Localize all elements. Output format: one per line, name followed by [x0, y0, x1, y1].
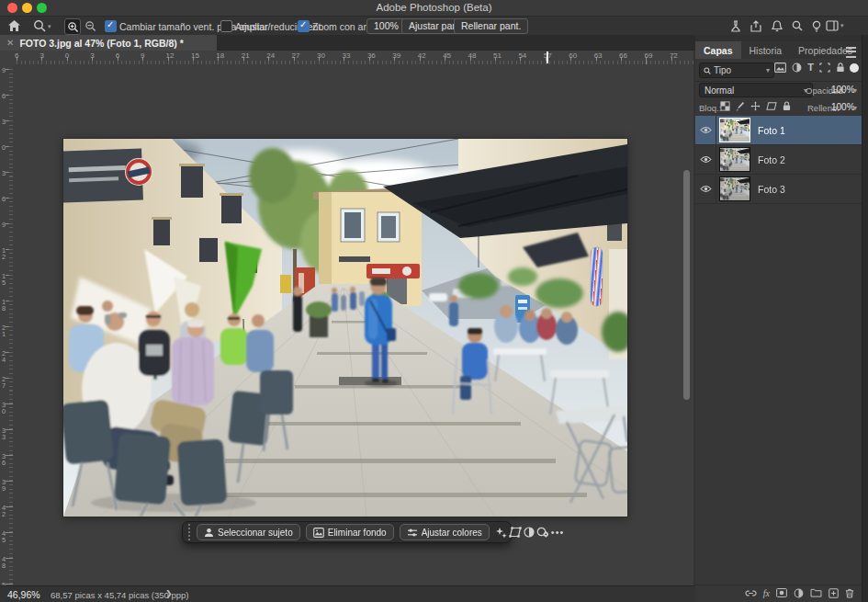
ruler-corner[interactable] — [0, 51, 14, 65]
new-layer-icon[interactable] — [829, 588, 839, 598]
search-icon[interactable] — [790, 18, 805, 33]
adjustment-layer-icon[interactable] — [794, 588, 804, 598]
shape-filter-icon[interactable] — [819, 62, 830, 73]
canvas-vertical-scrollbar[interactable] — [683, 170, 690, 400]
layers-panel-footer: fx — [695, 585, 862, 600]
layer-visibility-toggle[interactable] — [695, 116, 716, 144]
layer-thumbnail[interactable] — [720, 148, 750, 171]
option-checkbox-0[interactable] — [105, 20, 117, 32]
more-options-icon[interactable]: ••• — [551, 525, 565, 540]
select-subject-label: Seleccionar sujeto — [218, 528, 293, 538]
vertical-ruler[interactable]: 96303691 21 51 82 12 42 73 03 33 63 94 2… — [0, 64, 14, 585]
fill-screen-button[interactable]: Rellenar pant. — [454, 18, 528, 34]
title-bar: Adobe Photoshop (Beta) — [0, 0, 868, 17]
status-bar: 46,96% 68,57 picas x 45,74 picas (350 pp… — [0, 585, 695, 602]
tool-options-bar: ▾ Cambiar tamaño vent. para ajustar Ampl… — [0, 17, 868, 36]
ruler-cursor-indicator — [547, 51, 548, 63]
panel-menu-icon[interactable] — [846, 47, 856, 58]
fill-chevron-icon[interactable]: ▾ — [853, 104, 857, 112]
lock-label: Bloq.: — [699, 103, 721, 113]
home-icon[interactable] — [6, 18, 21, 33]
adjustments-icon[interactable] — [524, 525, 535, 540]
layer-name[interactable]: Foto 2 — [758, 154, 785, 165]
layer-filter-type-dropdown[interactable]: Tipo ▾ — [699, 62, 774, 78]
type-filter-icon[interactable]: T — [807, 62, 814, 73]
zoom-out-icon[interactable] — [83, 18, 97, 33]
layer-name[interactable]: Foto 1 — [758, 125, 785, 136]
layer-visibility-toggle[interactable] — [695, 145, 716, 174]
delete-layer-icon[interactable] — [845, 588, 854, 598]
fill-value[interactable]: 100% — [831, 102, 855, 112]
document-canvas-photo[interactable] — [63, 139, 627, 517]
layer-mask-icon[interactable] — [776, 588, 787, 597]
collapsed-dock-strip[interactable] — [862, 35, 868, 602]
lock-pixels-brush-icon[interactable] — [736, 101, 745, 111]
panel-tab-bar: Capas Historia Propiedades — [695, 41, 862, 59]
layer-thumbnail[interactable] — [720, 119, 750, 142]
harmonize-icon[interactable] — [536, 525, 549, 540]
option-checkbox-2[interactable] — [298, 20, 310, 32]
opacity-value[interactable]: 100% — [831, 85, 855, 95]
adjust-colors-label: Ajustar colores — [422, 528, 482, 538]
status-chevron-icon[interactable]: ❯ — [165, 589, 173, 598]
layer-row-3[interactable]: Foto 3 — [695, 175, 862, 204]
pixel-filter-icon[interactable] — [774, 62, 786, 73]
workspace-icon[interactable] — [825, 18, 840, 33]
smart-object-filter-icon[interactable] — [836, 62, 845, 73]
group-icon[interactable] — [810, 588, 822, 597]
layer-filter-label: Tipo — [714, 65, 731, 75]
zoom-percentage[interactable]: 46,96% — [7, 589, 40, 600]
layer-effects-icon[interactable]: fx — [763, 588, 770, 598]
layer-visibility-toggle[interactable] — [695, 175, 716, 203]
contextual-task-bar: Seleccionar sujeto Eliminar fondo Ajusta… — [182, 521, 512, 543]
link-layers-icon[interactable] — [745, 589, 757, 597]
select-subject-button[interactable]: Seleccionar sujeto — [197, 524, 300, 540]
horizontal-ruler[interactable]: 6303691215182124273033363942454851545760… — [13, 51, 693, 65]
tool-preset-chevron-icon[interactable]: ▾ — [48, 23, 51, 30]
zoom-in-icon[interactable] — [64, 18, 81, 35]
zoom-100-button[interactable]: 100% — [366, 18, 406, 34]
layer-name[interactable]: Foto 3 — [758, 184, 785, 195]
eye-icon — [700, 155, 712, 164]
opacity-chevron-icon[interactable]: ▾ — [853, 86, 857, 95]
search-icon — [704, 67, 711, 74]
lock-position-icon[interactable] — [750, 101, 761, 111]
generative-fill-icon[interactable] — [495, 525, 507, 540]
adjustment-filter-icon[interactable] — [792, 62, 802, 73]
share-icon[interactable] — [749, 18, 763, 33]
option-checkbox-1[interactable] — [220, 20, 232, 32]
filter-toggle[interactable] — [850, 63, 859, 73]
image-icon — [313, 528, 324, 538]
layer-filter-row: Tipo ▾ T — [695, 59, 862, 82]
panel-gap — [695, 35, 862, 41]
blend-mode-select[interactable]: Normal ▾ — [699, 83, 813, 97]
lock-transparency-icon[interactable] — [720, 101, 730, 111]
discover-icon[interactable] — [809, 18, 824, 33]
bell-icon[interactable] — [770, 18, 784, 33]
layer-row-1[interactable]: Foto 1 — [695, 116, 862, 145]
remove-background-label: Eliminar fondo — [328, 528, 387, 538]
zoom-tool-icon[interactable] — [32, 18, 47, 33]
tab-historia[interactable]: Historia — [741, 41, 791, 59]
remove-background-button[interactable]: Eliminar fondo — [306, 524, 394, 540]
tab-capas[interactable]: Capas — [695, 41, 741, 59]
transform-icon[interactable] — [509, 525, 522, 540]
close-tab-icon[interactable]: ✕ — [6, 38, 14, 48]
blend-mode-row: Normal ▾ Opacidad: 100% ▾ — [695, 81, 862, 98]
adjust-colors-button[interactable]: Ajustar colores — [400, 524, 490, 540]
layer-thumbnail[interactable] — [720, 177, 750, 200]
document-tab[interactable]: ✕ FOTO 3.jpg al 47% (Foto 1, RGB/8) * — [0, 35, 217, 51]
sliders-icon — [407, 528, 418, 538]
workspace-chevron-icon[interactable]: ▾ — [840, 22, 844, 29]
blend-mode-value: Normal — [705, 85, 734, 96]
lock-all-icon[interactable] — [783, 101, 791, 111]
person-icon — [204, 528, 214, 538]
beta-flask-icon[interactable] — [728, 18, 743, 33]
lock-artboard-icon[interactable] — [766, 101, 777, 111]
document-tab-title: FOTO 3.jpg al 47% (Foto 1, RGB/8) * — [19, 38, 183, 49]
option-checkbox-1-label[interactable]: Ampliar/reducir vent. — [235, 21, 323, 32]
eye-icon — [700, 126, 712, 134]
layer-row-2[interactable]: Foto 2 — [695, 145, 862, 175]
taskbar-drag-handle[interactable] — [188, 524, 190, 540]
layer-list: Foto 1 Foto 2 Foto 3 — [695, 116, 862, 204]
